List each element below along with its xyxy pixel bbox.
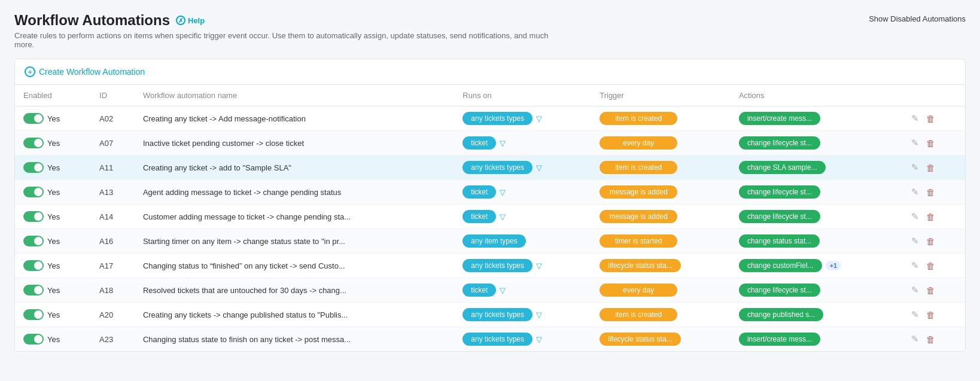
delete-btn[interactable]: 🗑 xyxy=(924,309,938,321)
runs-on-badge[interactable]: ticket xyxy=(462,185,496,199)
toggle-wrap: Yes xyxy=(23,187,83,197)
enabled-cell: Yes xyxy=(15,156,91,180)
runs-on-badge[interactable]: ticket xyxy=(462,136,496,150)
enabled-label: Yes xyxy=(47,286,60,295)
action-badge[interactable]: change lifecycle st... xyxy=(739,284,820,297)
action-badge[interactable]: change customFiel... xyxy=(739,259,822,272)
edit-btn[interactable]: ✎ xyxy=(909,210,921,223)
action-badge[interactable]: insert/create mess... xyxy=(739,333,820,346)
toggle-switch[interactable] xyxy=(23,236,44,246)
trigger-badge[interactable]: message is added xyxy=(599,185,677,199)
page-wrapper: Workflow Automations ✗ Help Create rules… xyxy=(0,0,980,381)
toggle-switch[interactable] xyxy=(23,187,44,197)
edit-btn[interactable]: ✎ xyxy=(909,259,921,272)
runs-on-badge[interactable]: any item types xyxy=(462,234,525,248)
edit-btn[interactable]: ✎ xyxy=(909,185,921,199)
create-workflow-btn[interactable]: + Create Workflow Automation xyxy=(25,66,145,77)
actions-inner: change status stat... xyxy=(739,234,892,248)
runs-on-badge[interactable]: any tickets types xyxy=(462,333,532,346)
action-badge[interactable]: change SLA sample... xyxy=(739,161,826,174)
runs-on-badge[interactable]: any tickets types xyxy=(462,112,532,125)
toggle-switch[interactable] xyxy=(23,113,44,124)
actions-inner: change lifecycle st... xyxy=(739,210,892,223)
delete-btn[interactable]: 🗑 xyxy=(924,112,938,125)
trigger-badge[interactable]: timer is started xyxy=(599,234,677,248)
row-controls: ✎ 🗑 xyxy=(909,284,957,297)
trigger-badge[interactable]: lifecycle status sta... xyxy=(599,333,680,346)
enabled-cell: Yes xyxy=(15,106,91,131)
delete-btn[interactable]: 🗑 xyxy=(924,137,938,150)
runs-on-badge[interactable]: ticket xyxy=(462,284,496,297)
controls-cell: ✎ 🗑 xyxy=(900,106,965,131)
trigger-badge[interactable]: every day xyxy=(599,136,677,150)
action-badge[interactable]: change lifecycle st... xyxy=(739,136,820,150)
runs-on-inner: any tickets types ▽ xyxy=(462,112,583,125)
action-badge[interactable]: change lifecycle st... xyxy=(739,210,820,223)
table-row: Yes A02Creating any ticket -> Add messag… xyxy=(15,106,965,131)
runs-on-badge[interactable]: any tickets types xyxy=(462,308,532,321)
runs-on-inner: any tickets types ▽ xyxy=(462,161,583,174)
trigger-badge[interactable]: item is created xyxy=(599,112,677,125)
filter-icon[interactable]: ▽ xyxy=(536,163,542,172)
action-badge[interactable]: insert/create mess... xyxy=(739,112,820,125)
enabled-label: Yes xyxy=(47,212,60,221)
table-row: Yes A07Inactive ticket pending customer … xyxy=(15,131,965,156)
help-link[interactable]: ✗ Help xyxy=(176,16,205,25)
enabled-cell: Yes xyxy=(15,327,91,352)
table-row: Yes A23Changing status state to finish o… xyxy=(15,327,965,352)
runs-on-badge[interactable]: any tickets types xyxy=(462,161,532,174)
trigger-badge[interactable]: every day xyxy=(599,284,677,297)
trigger-badge[interactable]: item is created xyxy=(599,161,677,174)
delete-btn[interactable]: 🗑 xyxy=(924,211,938,223)
filter-icon[interactable]: ▽ xyxy=(536,335,542,344)
runs-on-badge[interactable]: any tickets types xyxy=(462,259,532,272)
show-disabled-btn[interactable]: Show Disabled Automations xyxy=(869,14,966,23)
edit-btn[interactable]: ✎ xyxy=(909,284,921,297)
filter-icon[interactable]: ▽ xyxy=(536,114,542,123)
toggle-switch[interactable] xyxy=(23,211,44,222)
create-btn-label: Create Workflow Automation xyxy=(39,67,145,77)
row-controls: ✎ 🗑 xyxy=(909,308,957,321)
toggle-switch[interactable] xyxy=(23,260,44,271)
runs-on-inner: ticket ▽ xyxy=(462,284,583,297)
edit-btn[interactable]: ✎ xyxy=(909,136,921,150)
toggle-wrap: Yes xyxy=(23,334,83,345)
actions-inner: insert/create mess... xyxy=(739,333,892,346)
edit-btn[interactable]: ✎ xyxy=(909,234,921,248)
edit-btn[interactable]: ✎ xyxy=(909,161,921,174)
trigger-badge[interactable]: message is added xyxy=(599,210,677,223)
edit-btn[interactable]: ✎ xyxy=(909,308,921,321)
runs-on-cell: ticket ▽ xyxy=(454,205,591,229)
trigger-badge[interactable]: item is created xyxy=(599,308,677,321)
filter-icon[interactable]: ▽ xyxy=(500,139,506,148)
col-id: ID xyxy=(91,85,135,106)
toggle-switch[interactable] xyxy=(23,285,44,295)
delete-btn[interactable]: 🗑 xyxy=(924,260,938,272)
filter-icon[interactable]: ▽ xyxy=(500,286,506,295)
delete-btn[interactable]: 🗑 xyxy=(924,235,938,248)
filter-icon[interactable]: ▽ xyxy=(536,310,542,319)
action-badge[interactable]: change status stat... xyxy=(739,234,820,248)
delete-btn[interactable]: 🗑 xyxy=(924,186,938,199)
runs-on-badge[interactable]: ticket xyxy=(462,210,496,223)
toggle-switch[interactable] xyxy=(23,138,44,148)
delete-btn[interactable]: 🗑 xyxy=(924,284,938,297)
actions-cell: change lifecycle st... xyxy=(731,131,900,156)
toggle-switch[interactable] xyxy=(23,309,44,320)
toggle-switch[interactable] xyxy=(23,162,44,173)
filter-icon[interactable]: ▽ xyxy=(500,212,506,221)
filter-icon[interactable]: ▽ xyxy=(536,261,542,270)
action-badge[interactable]: change lifecycle st... xyxy=(739,185,820,199)
runs-on-cell: ticket ▽ xyxy=(454,278,591,303)
action-badge[interactable]: change published s... xyxy=(739,308,823,321)
col-controls xyxy=(900,85,965,106)
edit-btn[interactable]: ✎ xyxy=(909,112,921,125)
delete-btn[interactable]: 🗑 xyxy=(924,161,938,174)
filter-icon[interactable]: ▽ xyxy=(500,188,506,197)
delete-btn[interactable]: 🗑 xyxy=(924,333,938,346)
actions-inner: change SLA sample... xyxy=(739,161,892,174)
create-btn-row: + Create Workflow Automation xyxy=(15,59,965,85)
edit-btn[interactable]: ✎ xyxy=(909,333,921,346)
toggle-switch[interactable] xyxy=(23,334,44,345)
trigger-badge[interactable]: lifecycle status sta... xyxy=(599,259,680,272)
